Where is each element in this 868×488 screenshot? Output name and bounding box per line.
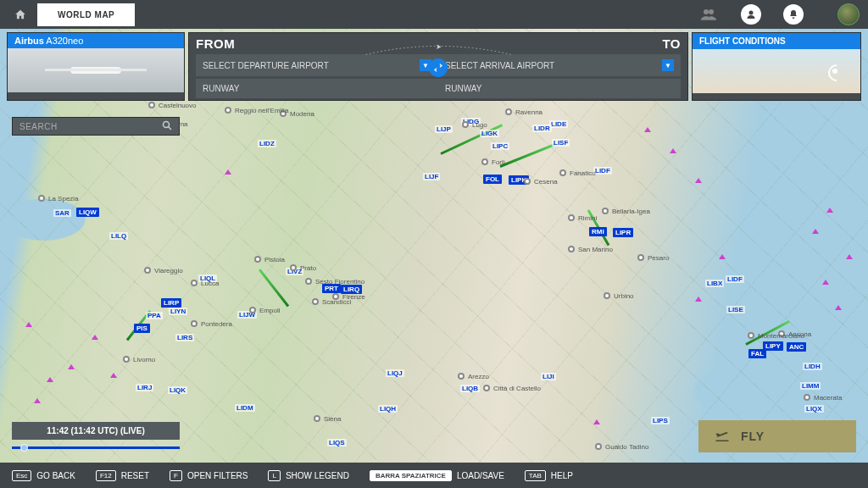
time-slider[interactable]	[12, 442, 180, 454]
airport-label[interactable]: LIJI	[541, 373, 556, 380]
airport-label[interactable]: LISE	[726, 306, 745, 313]
city-marker	[314, 415, 320, 422]
help-button[interactable]: TABHELP	[525, 470, 573, 481]
airport-label[interactable]: LILQ	[109, 232, 128, 240]
airport-label[interactable]: LIDH	[803, 363, 822, 370]
airport-label[interactable]: RMI	[589, 227, 607, 236]
airport-label[interactable]: LIRJ	[136, 384, 153, 391]
aircraft-card[interactable]: Airbus A320neo	[7, 32, 185, 101]
airport-label[interactable]: LIQK	[168, 386, 187, 394]
friends-icon[interactable]	[698, 4, 719, 25]
city-marker	[595, 443, 602, 450]
airport-label[interactable]: LIJF	[423, 173, 440, 180]
city-marker	[191, 320, 198, 327]
arrival-runway-select[interactable]: RUNWAY	[438, 79, 681, 98]
airport-label[interactable]: LIGK	[480, 130, 499, 137]
airport-label[interactable]: LIPR	[613, 228, 633, 237]
flight-conditions-title: FLIGHT CONDITIONS	[693, 33, 860, 49]
city-marker	[312, 298, 319, 305]
goback-button[interactable]: EscGO BACK	[12, 470, 75, 481]
svg-point-1	[709, 9, 714, 14]
departure-select[interactable]: SELECT DEPARTURE AIRPORT▼	[196, 54, 438, 76]
airport-label[interactable]: ANC	[787, 342, 806, 352]
search-input[interactable]	[19, 122, 162, 131]
departure-runway-select[interactable]: RUNWAY	[196, 79, 438, 98]
search-icon	[162, 120, 172, 133]
svg-point-0	[704, 9, 709, 14]
airport-label[interactable]: LIDM	[235, 404, 255, 412]
time-display: 11:42 (11:42 UTC) (LIVE)	[12, 422, 180, 440]
flight-conditions-card[interactable]: FLIGHT CONDITIONS	[692, 32, 861, 101]
airport-label[interactable]: LIPC	[491, 142, 509, 150]
openfilters-button[interactable]: FOPEN FILTERS	[170, 470, 248, 481]
to-label: TO	[438, 35, 681, 53]
airport-label[interactable]: LIDF	[593, 167, 612, 175]
city-marker	[191, 280, 198, 286]
weather-preview	[693, 49, 860, 93]
svg-line-4	[169, 126, 172, 130]
route-card: FROM SELECT DEPARTURE AIRPORT▼ RUNWAY TO…	[188, 32, 688, 101]
from-label: FROM	[196, 35, 438, 53]
city-marker	[290, 264, 297, 271]
airport-label[interactable]: LIDR	[532, 125, 552, 132]
fly-button[interactable]: FLY	[698, 420, 856, 452]
swap-icon[interactable]	[429, 58, 448, 77]
city-marker	[225, 107, 231, 114]
city-marker	[481, 158, 488, 165]
airport-label[interactable]: LIQX	[804, 405, 824, 413]
city-marker	[524, 178, 531, 185]
time-widget[interactable]: 11:42 (11:42 UTC) (LIVE)	[12, 422, 180, 454]
city-marker	[748, 332, 754, 339]
airport-label[interactable]: LIBX	[705, 280, 724, 287]
reset-button[interactable]: F12RESET	[96, 470, 149, 481]
airport-label[interactable]: LIPS	[651, 417, 670, 424]
airport-label[interactable]: LIDE	[549, 120, 568, 128]
worldmap-tab[interactable]: WORLD MAP	[37, 3, 135, 26]
airport-label[interactable]: LIYN	[169, 308, 187, 315]
city-marker	[505, 108, 512, 115]
profile-icon[interactable]	[741, 4, 761, 25]
city-marker	[568, 214, 575, 221]
airport-label[interactable]: LIRP	[161, 298, 181, 308]
airport-label[interactable]: PIS	[134, 324, 150, 333]
search-box[interactable]	[12, 117, 180, 136]
aircraft-image	[8, 48, 184, 92]
loadsave-button[interactable]: BARRA SPAZIATRICELOAD/SAVE	[370, 470, 504, 481]
avatar[interactable]	[837, 3, 860, 25]
city-marker	[462, 121, 469, 128]
city-marker	[483, 385, 490, 391]
airport-label[interactable]: LIQB	[460, 385, 480, 392]
city-marker	[305, 278, 312, 285]
airport-label[interactable]: LISF	[552, 139, 570, 147]
city-marker	[602, 208, 609, 214]
airport-label[interactable]: FOL	[483, 175, 502, 184]
home-icon[interactable]	[8, 3, 32, 26]
airport-label[interactable]: LIQJ	[386, 369, 404, 377]
city-marker	[568, 246, 575, 252]
svg-point-3	[164, 121, 170, 127]
city-marker	[804, 394, 810, 401]
airport-label[interactable]: LIDZ	[258, 140, 276, 147]
city-marker	[637, 254, 644, 261]
airport-label[interactable]: PPA	[146, 312, 163, 319]
city-marker	[123, 356, 130, 363]
airport-label[interactable]: LIQW	[76, 208, 99, 217]
airport-label[interactable]: LIDF	[726, 275, 744, 283]
airport-label[interactable]: LIQH	[378, 405, 398, 413]
city-marker	[254, 256, 261, 263]
airport-label[interactable]: SAR	[53, 209, 71, 217]
bottom-bar: EscGO BACK F12RESET FOPEN FILTERS LSHOW …	[0, 463, 868, 488]
airport-label[interactable]: LIQS	[327, 439, 347, 446]
airport-label[interactable]: LIJP	[435, 125, 453, 133]
airport-label[interactable]: LIRS	[175, 334, 194, 341]
showlegend-button[interactable]: LSHOW LEGEND	[268, 470, 348, 481]
live-weather-icon	[826, 63, 843, 80]
aircraft-title: Airbus A320neo	[8, 33, 184, 48]
airport-label[interactable]: LIMM	[800, 382, 821, 390]
airport-label[interactable]: FAL	[748, 349, 766, 358]
top-bar: WORLD MAP	[0, 0, 868, 29]
notifications-icon[interactable]	[783, 4, 804, 25]
arrival-select[interactable]: SELECT ARRIVAL AIRPORT▼	[438, 54, 681, 76]
city-marker	[458, 373, 465, 380]
city-marker	[249, 307, 256, 313]
